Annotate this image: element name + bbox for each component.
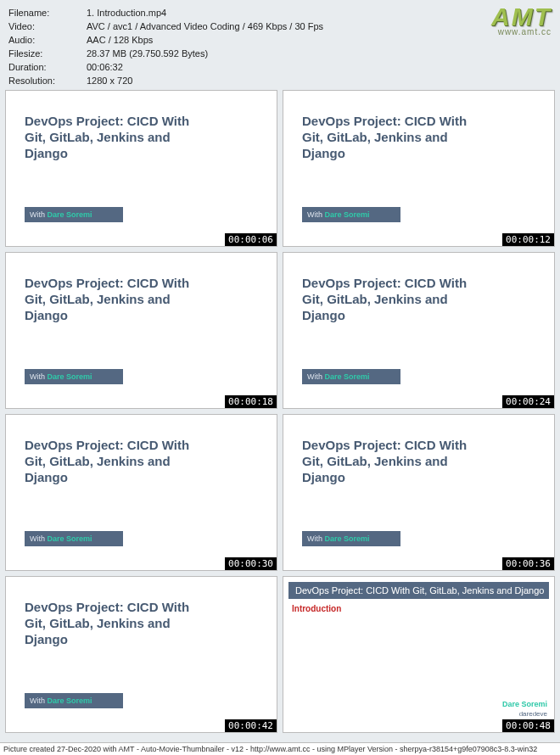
with-label: With bbox=[307, 534, 322, 543]
meta-label: Duration: bbox=[8, 61, 87, 74]
author-name: Dare Soremi bbox=[48, 534, 92, 543]
author-bar: With Dare Soremi bbox=[25, 207, 123, 222]
amt-logo: AMT www.amt.cc bbox=[491, 5, 552, 36]
author-name: Dare Soremi bbox=[325, 210, 370, 219]
thumbnail-7: DevOps Project: CICD With Git, GitLab, J… bbox=[5, 576, 277, 733]
meta-value: 1280 x 720 bbox=[87, 75, 552, 87]
with-label: With bbox=[30, 210, 45, 219]
alt-slide-credit: Dare Soremi daredeve bbox=[502, 700, 547, 719]
meta-label: Filename: bbox=[8, 7, 87, 20]
author-name: Dare Soremi bbox=[48, 210, 92, 219]
timestamp: 00:00:06 bbox=[225, 233, 277, 246]
thumbnail-5: DevOps Project: CICD With Git, GitLab, J… bbox=[5, 414, 277, 571]
with-label: With bbox=[30, 534, 45, 543]
author-bar: With Dare Soremi bbox=[302, 369, 400, 384]
meta-label: Audio: bbox=[8, 34, 87, 47]
meta-row-resolution: Resolution: 1280 x 720 bbox=[8, 75, 552, 87]
author-bar: With Dare Soremi bbox=[302, 207, 400, 222]
meta-value: AAC / 128 Kbps bbox=[87, 34, 552, 47]
timestamp: 00:00:18 bbox=[225, 395, 277, 408]
author-bar: With Dare Soremi bbox=[25, 369, 123, 384]
meta-value: 28.37 MB (29.750.592 Bytes) bbox=[87, 48, 552, 60]
meta-value: 00:06:32 bbox=[87, 61, 552, 74]
slide-title: DevOps Project: CICD With Git, GitLab, J… bbox=[25, 275, 211, 323]
alt-slide-header: DevOps Project: CICD With Git, GitLab, J… bbox=[288, 582, 549, 599]
alt-slide-intro: Introduction bbox=[283, 599, 554, 618]
author-name: Dare Soremi bbox=[325, 372, 370, 381]
with-label: With bbox=[30, 372, 45, 381]
thumbnail-6: DevOps Project: CICD With Git, GitLab, J… bbox=[283, 414, 555, 571]
metadata-header: Filename: 1. Introduction.mp4 Video: AVC… bbox=[0, 0, 560, 90]
meta-row-filesize: Filesize: 28.37 MB (29.750.592 Bytes) bbox=[8, 48, 552, 60]
thumbnail-4: DevOps Project: CICD With Git, GitLab, J… bbox=[283, 252, 555, 409]
slide-title: DevOps Project: CICD With Git, GitLab, J… bbox=[25, 599, 211, 647]
author-bar: With Dare Soremi bbox=[302, 531, 400, 546]
logo-text: AMT bbox=[491, 5, 552, 29]
logo-url: www.amt.cc bbox=[491, 27, 552, 36]
timestamp: 00:00:30 bbox=[225, 557, 277, 570]
timestamp: 00:00:42 bbox=[225, 719, 277, 732]
thumbnail-grid: DevOps Project: CICD With Git, GitLab, J… bbox=[0, 90, 560, 733]
with-label: With bbox=[30, 696, 45, 705]
slide-title: DevOps Project: CICD With Git, GitLab, J… bbox=[302, 275, 489, 323]
timestamp: 00:00:48 bbox=[502, 719, 554, 732]
with-label: With bbox=[307, 210, 322, 219]
meta-value: 1. Introduction.mp4 bbox=[87, 7, 552, 20]
author-name: Dare Soremi bbox=[48, 372, 92, 381]
slide-title: DevOps Project: CICD With Git, GitLab, J… bbox=[25, 113, 211, 161]
footer-text: Picture created 27-Dec-2020 with AMT - A… bbox=[0, 742, 560, 755]
meta-label: Video: bbox=[8, 20, 87, 33]
credit-sub: daredeve bbox=[502, 709, 547, 719]
thumbnail-8: DevOps Project: CICD With Git, GitLab, J… bbox=[283, 576, 555, 733]
meta-row-audio: Audio: AAC / 128 Kbps bbox=[8, 34, 552, 47]
timestamp: 00:00:36 bbox=[502, 557, 554, 570]
slide-title: DevOps Project: CICD With Git, GitLab, J… bbox=[302, 113, 489, 161]
meta-value: AVC / avc1 / Advanced Video Coding / 469… bbox=[87, 20, 552, 33]
slide-title: DevOps Project: CICD With Git, GitLab, J… bbox=[25, 437, 211, 485]
thumbnail-1: DevOps Project: CICD With Git, GitLab, J… bbox=[5, 90, 277, 247]
slide-title: DevOps Project: CICD With Git, GitLab, J… bbox=[302, 437, 489, 485]
with-label: With bbox=[307, 372, 322, 381]
timestamp: 00:00:24 bbox=[502, 395, 554, 408]
author-name: Dare Soremi bbox=[325, 534, 370, 543]
meta-label: Resolution: bbox=[8, 75, 87, 87]
author-bar: With Dare Soremi bbox=[25, 531, 123, 546]
thumbnail-2: DevOps Project: CICD With Git, GitLab, J… bbox=[283, 90, 555, 247]
credit-name: Dare Soremi bbox=[502, 700, 547, 709]
thumbnail-3: DevOps Project: CICD With Git, GitLab, J… bbox=[5, 252, 277, 409]
timestamp: 00:00:12 bbox=[502, 233, 554, 246]
author-name: Dare Soremi bbox=[48, 696, 92, 705]
meta-row-video: Video: AVC / avc1 / Advanced Video Codin… bbox=[8, 20, 552, 33]
meta-row-duration: Duration: 00:06:32 bbox=[8, 61, 552, 74]
meta-row-filename: Filename: 1. Introduction.mp4 bbox=[8, 7, 552, 20]
meta-label: Filesize: bbox=[8, 48, 87, 60]
author-bar: With Dare Soremi bbox=[25, 693, 123, 708]
